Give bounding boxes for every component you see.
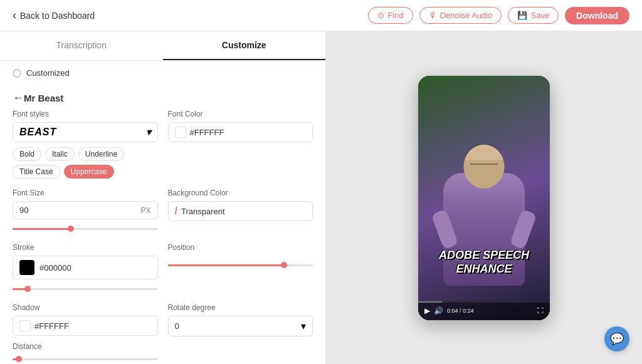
style-section: ← Mr Beast — [0, 85, 325, 105]
position-col: Position — [168, 243, 313, 293]
font-size-input[interactable]: 90 PX — [13, 201, 158, 219]
main-content: Transcription Customize Customized ← Mr … — [0, 31, 642, 364]
font-styles-col: Font styles BEAST ▾ Bold Italic Underlin… — [13, 110, 158, 179]
font-color-col: Font Color #FFFFFF — [168, 110, 313, 179]
distance-label: Distance — [13, 342, 158, 351]
fullscreen-button[interactable]: ⛶ — [537, 307, 544, 314]
style-back-arrow[interactable]: ← — [13, 91, 24, 105]
slider-thumb[interactable] — [24, 286, 31, 292]
shadow-label: Shadow — [13, 303, 158, 312]
position-label: Position — [168, 243, 313, 252]
slider-fill — [168, 264, 284, 266]
font-section: Font styles BEAST ▾ Bold Italic Underlin… — [0, 110, 325, 189]
microphone-icon: 🎙 — [429, 11, 437, 20]
size-bg-section: Font Size 90 PX Background Color / Trans… — [0, 189, 325, 243]
slider-thumb[interactable] — [68, 226, 74, 232]
shadow-input[interactable]: #FFFFFF — [13, 316, 158, 336]
save-button[interactable]: 💾 Save — [508, 7, 559, 24]
distance-slider[interactable] — [13, 355, 158, 363]
bg-color-value: Transparent — [181, 207, 225, 216]
bg-color-col: Background Color / Transparent — [168, 189, 313, 233]
play-button[interactable]: ▶ — [424, 306, 430, 315]
font-color-input[interactable]: #FFFFFF — [168, 122, 313, 142]
style-header: ← Mr Beast — [13, 91, 313, 105]
back-to-dashboard[interactable]: ‹ Back to Dashboard — [13, 9, 95, 22]
rotate-col: Rotate degree 0 ▾ — [168, 303, 313, 363]
tabs: Transcription Customize — [0, 31, 325, 61]
stroke-value: #000000 — [39, 263, 71, 273]
rotate-value: 0 — [175, 321, 179, 331]
search-icon: ⊙ — [377, 11, 384, 20]
stroke-position-section: Stroke #000000 Position — [0, 243, 325, 303]
bg-color-input[interactable]: / Transparent — [168, 201, 313, 221]
eyebrows — [470, 164, 498, 165]
person-hat — [464, 145, 505, 160]
uppercase-button[interactable]: Uppercase — [64, 165, 114, 179]
back-label: Back to Dashboard — [20, 11, 95, 21]
font-size-unit: PX — [140, 206, 150, 215]
save-icon: 💾 — [517, 11, 527, 20]
right-panel: ADOBE SPEECH ENHANCE ▶ 🔊 0:04 / 0:24 ⛶ 💬 — [326, 31, 642, 364]
back-arrow-icon: ‹ — [13, 9, 16, 22]
title-case-button[interactable]: Title Case — [13, 165, 60, 179]
style-buttons: Bold Italic Underline Title Case Upperca… — [13, 147, 158, 179]
position-slider[interactable] — [168, 261, 313, 269]
shadow-swatch — [19, 320, 31, 331]
tab-transcription[interactable]: Transcription — [0, 31, 163, 60]
video-caption: ADOBE SPEECH ENHANCE — [418, 249, 550, 276]
slider-track — [13, 358, 158, 360]
header: ‹ Back to Dashboard ⊙ Find 🎙 Denoise Aud… — [0, 0, 642, 31]
font-color-label: Font Color — [168, 110, 313, 118]
left-panel: Transcription Customize Customized ← Mr … — [0, 31, 326, 364]
tab-customize[interactable]: Customize — [163, 31, 326, 60]
underline-button[interactable]: Underline — [78, 147, 124, 161]
slider-thumb[interactable] — [281, 262, 287, 268]
customized-label: Customized — [26, 68, 70, 78]
bg-color-label: Background Color — [168, 189, 313, 197]
find-button[interactable]: ⊙ Find — [368, 7, 413, 24]
font-select-value: BEAST — [19, 127, 56, 138]
shadow-rotate-section: Shadow #FFFFFF Distance Rotate degree 0 … — [0, 303, 325, 364]
rotate-input[interactable]: 0 ▾ — [168, 316, 313, 336]
font-style-select[interactable]: BEAST ▾ — [13, 122, 158, 142]
italic-button[interactable]: Italic — [45, 147, 75, 161]
font-color-value: #FFFFFF — [190, 128, 224, 137]
shadow-col: Shadow #FFFFFF Distance — [13, 303, 158, 363]
stroke-input[interactable]: #000000 — [13, 256, 158, 279]
denoise-button[interactable]: 🎙 Denoise Audio — [419, 7, 502, 24]
time-display: 0:04 / 0:24 — [447, 308, 534, 314]
header-actions: ⊙ Find 🎙 Denoise Audio 💾 Save Download — [368, 7, 629, 24]
chevron-down-icon: ▾ — [146, 127, 151, 138]
font-size-value: 90 — [19, 205, 28, 215]
font-color-swatch — [175, 127, 186, 138]
slider-fill — [13, 228, 71, 230]
font-size-label: Font Size — [13, 189, 158, 197]
chat-bubble-button[interactable]: 💬 — [604, 326, 629, 351]
person-head — [464, 145, 505, 189]
slash-icon: / — [175, 205, 177, 217]
chevron-down-icon: ▾ — [301, 320, 306, 332]
customized-radio[interactable] — [13, 69, 21, 78]
shadow-value: #FFFFFF — [34, 321, 69, 331]
download-button[interactable]: Download — [565, 7, 629, 24]
stroke-slider[interactable] — [13, 284, 158, 293]
stroke-col: Stroke #000000 — [13, 243, 158, 293]
video-preview: ADOBE SPEECH ENHANCE ▶ 🔊 0:04 / 0:24 ⛶ — [418, 76, 550, 320]
volume-button[interactable]: 🔊 — [434, 306, 443, 315]
rotate-label: Rotate degree — [168, 303, 313, 312]
chat-icon: 💬 — [610, 332, 624, 346]
style-name: Mr Beast — [24, 93, 63, 103]
bold-button[interactable]: Bold — [13, 147, 41, 161]
slider-track — [13, 288, 158, 290]
video-controls: ▶ 🔊 0:04 / 0:24 ⛶ — [418, 301, 550, 320]
customized-row: Customized — [0, 61, 325, 85]
slider-thumb[interactable] — [16, 356, 22, 362]
stroke-label: Stroke — [13, 243, 158, 252]
font-size-col: Font Size 90 PX — [13, 189, 158, 233]
font-size-slider[interactable] — [13, 224, 158, 233]
font-styles-label: Font styles — [13, 110, 158, 118]
stroke-swatch — [19, 260, 34, 275]
